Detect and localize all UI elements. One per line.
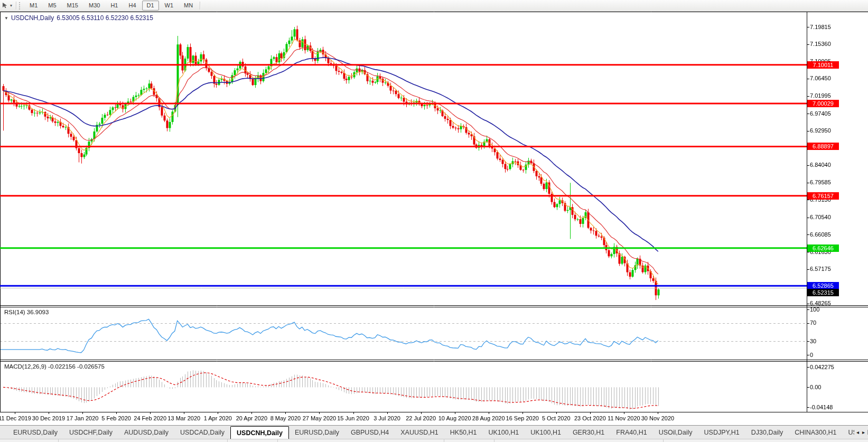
tab-eurusd-daily[interactable]: EURUSD,Daily	[7, 426, 63, 439]
chart-title: ▼ USDCNH,Daily 6.53005 6.53110 6.52230 6…	[4, 14, 153, 22]
tab-xauusd-h1[interactable]: XAUUSD,H1	[395, 426, 444, 439]
rsi-indicator-label: RSI(14) 36.9093	[4, 309, 49, 315]
macd-indicator-label: MACD(12,26,9) -0.022156 -0.026575	[4, 363, 105, 370]
chart-tab-bar: EURUSD,DailyUSDCHF,DailyAUDUSD,DailyUSDC…	[0, 425, 868, 439]
mt4-window: ▾ M1M5M15M30H1H4D1W1MN ▼ USDCNH,Daily 6.…	[0, 0, 868, 442]
tab-uk100-h1[interactable]: UK100,H1	[483, 426, 525, 439]
status-strip-divider	[663, 439, 664, 442]
tab-usdcnh-daily[interactable]: USDCNH,Daily	[230, 426, 289, 439]
tab-scroll-right-icon[interactable]: ▸	[862, 429, 865, 435]
tab-fra40-h1[interactable]: FRA40,H1	[610, 426, 652, 439]
tab-ger30-h1[interactable]: GER30,H1	[567, 426, 610, 439]
tab-usdchf-daily[interactable]: USDCHF,Daily	[63, 426, 118, 439]
tab-usoil-daily[interactable]: USOil,Daily	[653, 426, 698, 439]
price-axis[interactable]	[807, 12, 868, 412]
status-strip-divider	[227, 439, 228, 442]
tab-hk50-h1[interactable]: HK50,H1	[444, 426, 483, 439]
status-strip-divider	[277, 439, 278, 442]
chart-ohlc-quote: 6.53005 6.53110 6.52230 6.52315	[57, 14, 153, 22]
pane-splitter-macd[interactable]	[0, 359, 868, 361]
chart-symbol-period: USDCNH,Daily	[11, 14, 54, 22]
time-axis[interactable]	[0, 412, 807, 425]
collapse-chart-icon[interactable]: ▼	[4, 16, 8, 21]
tab-dj30-daily[interactable]: DJ30,Daily	[745, 426, 789, 439]
tab-audusd-daily[interactable]: AUDUSD,Daily	[118, 426, 174, 439]
status-strip-divider	[494, 439, 494, 442]
tab-usdcad-daily[interactable]: USDCAD,Daily	[174, 426, 230, 439]
tab-scroll-left-icon[interactable]: ◂	[856, 429, 859, 435]
tab-china300-h1[interactable]: CHINA300,H1	[789, 426, 842, 439]
main-chart-canvas[interactable]	[0, 0, 868, 442]
status-strip-divider	[444, 439, 444, 442]
tab-eurusd-daily[interactable]: EURUSD,Daily	[289, 426, 345, 439]
tab-scroll-buttons: ◂ ▸	[854, 426, 867, 438]
tab-usdjpy-h1[interactable]: USDJPY,H1	[698, 426, 745, 439]
status-strip-divider	[58, 439, 59, 442]
tab-gbpusd-h4[interactable]: GBPUSD,H4	[345, 426, 395, 439]
tab-uk100-h1[interactable]: UK100,H1	[525, 426, 567, 439]
status-strip	[0, 439, 868, 442]
pane-splitter-rsi[interactable]	[0, 304, 868, 307]
